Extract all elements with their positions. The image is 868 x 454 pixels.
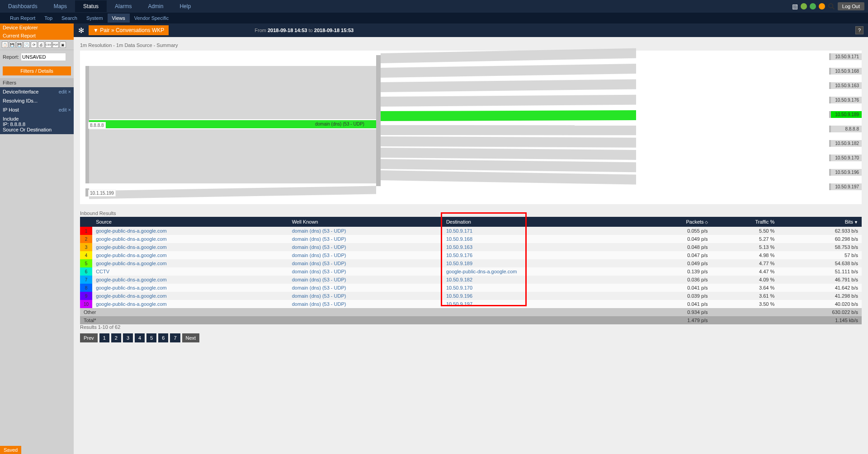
wk-link[interactable]: domain (dns) (53 - UDP) <box>292 236 346 242</box>
topnav-status[interactable]: Status <box>75 0 107 12</box>
dst-link[interactable]: 10.50.9.170 <box>446 285 472 290</box>
wk-link[interactable]: domain (dns) (53 - UDP) <box>292 293 346 299</box>
wk-link[interactable]: domain (dns) (53 - UDP) <box>292 261 346 266</box>
dst-link[interactable]: 10.50.9.197 <box>446 301 472 307</box>
src-link[interactable]: google-public-dns-a.google.com <box>96 228 167 234</box>
page-4[interactable]: 4 <box>135 333 145 342</box>
logout-button[interactable]: Log Out <box>838 2 864 10</box>
col-packets[interactable]: Packets◇ <box>638 217 711 227</box>
src-link[interactable]: google-public-dns-a.google.com <box>96 285 167 290</box>
sankey-chart[interactable]: 8.8.8.8 10.1.15.199 domain (dns) (53 - U… <box>80 51 862 204</box>
col-bits[interactable]: Bits▼ <box>778 217 862 227</box>
subnav-vendor-specific[interactable]: Vendor Specific <box>130 14 173 23</box>
wk-link[interactable]: domain (dns) (53 - UDP) <box>292 253 346 258</box>
page-next[interactable]: Next <box>182 333 200 342</box>
page-prev[interactable]: Prev <box>80 333 98 342</box>
sankey-dst-8[interactable]: 10.50.9.196 <box>829 169 862 176</box>
table-row[interactable]: 4 google-public-dns-a.google.com domain … <box>80 251 862 259</box>
dst-link[interactable]: 10.50.9.163 <box>446 244 472 250</box>
table-row[interactable]: 6 CCTV domain (dns) (53 - UDP) google-pu… <box>80 267 862 276</box>
col-traffic-%[interactable]: Traffic % <box>712 217 778 227</box>
dst-link[interactable]: 10.50.9.171 <box>446 228 472 234</box>
filter-iphost-edit[interactable]: edit <box>59 107 67 112</box>
sankey-dst-9[interactable]: 10.50.9.197 <box>829 183 862 190</box>
page-1[interactable]: 1 <box>99 333 109 342</box>
table-row[interactable]: 5 google-public-dns-a.google.com domain … <box>80 259 862 267</box>
filter-di-close[interactable]: × <box>68 89 71 94</box>
topnav-admin[interactable]: Admin <box>140 0 171 12</box>
tb-save2-icon[interactable]: 💾 <box>16 42 23 48</box>
page-5[interactable]: 5 <box>146 333 156 342</box>
tb-csv-icon[interactable]: CSV <box>45 42 52 48</box>
src-link[interactable]: google-public-dns-a.google.com <box>96 244 167 250</box>
dst-link[interactable]: 10.50.9.189 <box>446 261 472 266</box>
tb-save-icon[interactable]: 💾 <box>9 42 15 48</box>
dst-link[interactable]: 10.50.9.176 <box>446 253 472 258</box>
subnav-top[interactable]: Top <box>40 14 57 23</box>
col-source[interactable]: Source <box>92 217 288 227</box>
table-row[interactable]: 3 google-public-dns-a.google.com domain … <box>80 243 862 251</box>
wk-link[interactable]: domain (dns) (53 - UDP) <box>292 285 346 290</box>
subnav-system[interactable]: System <box>82 14 108 23</box>
tb-print-icon[interactable]: 🖨 <box>38 42 44 48</box>
src-link[interactable]: google-public-dns-a.google.com <box>96 301 167 307</box>
dst-link[interactable]: 10.50.9.168 <box>446 236 472 242</box>
table-row[interactable]: 10 google-public-dns-a.google.com domain… <box>80 300 862 308</box>
page-7[interactable]: 7 <box>170 333 180 342</box>
status-warn-icon[interactable] <box>819 3 825 9</box>
search-icon[interactable] <box>828 3 835 10</box>
sankey-src-1[interactable]: 8.8.8.8 <box>88 122 106 129</box>
filter-iphost-close[interactable]: × <box>68 107 71 112</box>
filter-device-interface[interactable]: Device/Interface edit × <box>0 87 74 96</box>
sankey-dst-6[interactable]: 10.50.9.182 <box>829 140 862 147</box>
subnav-search[interactable]: Search <box>57 14 82 23</box>
col-destination[interactable]: Destination <box>443 217 639 227</box>
sankey-dst-2[interactable]: 10.50.9.163 <box>829 82 862 89</box>
dst-link[interactable]: 10.50.9.182 <box>446 277 472 282</box>
page-3[interactable]: 3 <box>123 333 133 342</box>
wk-link[interactable]: domain (dns) (53 - UDP) <box>292 301 346 307</box>
topnav-alarms[interactable]: Alarms <box>107 0 140 12</box>
table-row[interactable]: 2 google-public-dns-a.google.com domain … <box>80 235 862 243</box>
col-well-known[interactable]: Well Known <box>288 217 443 227</box>
dst-link[interactable]: google-public-dns-a.google.com <box>446 269 517 274</box>
subnav-views[interactable]: Views <box>108 14 130 23</box>
status-panel-icon[interactable]: ▧ <box>792 3 798 10</box>
tb-clipboard-icon[interactable]: 📋 <box>2 42 8 48</box>
table-row[interactable]: 1 google-public-dns-a.google.com domain … <box>80 227 862 235</box>
saved-tab[interactable]: Saved <box>0 446 21 454</box>
tb-clock-icon[interactable]: 🕐 <box>24 42 30 48</box>
gear-icon[interactable]: ✻ <box>78 26 84 35</box>
sankey-dst-4[interactable]: 10.50.9.189 <box>829 111 862 118</box>
wk-link[interactable]: domain (dns) (53 - UDP) <box>292 277 346 282</box>
table-row[interactable]: 8 google-public-dns-a.google.com domain … <box>80 284 862 292</box>
filter-iphost[interactable]: IP Host edit × <box>0 105 74 114</box>
topnav-help[interactable]: Help <box>171 0 199 12</box>
breadcrumb-pair[interactable]: ▼ Pair » Conversations WKP <box>89 25 169 35</box>
src-link[interactable]: google-public-dns-a.google.com <box>96 236 167 242</box>
filter-di-edit[interactable]: edit <box>59 89 67 94</box>
help-button[interactable]: ? <box>855 26 863 34</box>
topnav-maps[interactable]: Maps <box>46 0 75 12</box>
src-link[interactable]: google-public-dns-a.google.com <box>96 261 167 266</box>
src-link[interactable]: CCTV <box>96 269 109 274</box>
status-ok-icon[interactable] <box>801 3 807 9</box>
dst-link[interactable]: 10.50.9.196 <box>446 293 472 299</box>
sankey-dst-5[interactable]: 8.8.8.8 <box>829 126 862 132</box>
wk-link[interactable]: domain (dns) (53 - UDP) <box>292 228 346 234</box>
sankey-dst-0[interactable]: 10.50.9.171 <box>829 53 862 60</box>
sankey-dst-1[interactable]: 10.50.9.168 <box>829 68 862 75</box>
topnav-dashboards[interactable]: Dashboards <box>0 0 46 12</box>
src-link[interactable]: google-public-dns-a.google.com <box>96 293 167 299</box>
src-link[interactable]: google-public-dns-a.google.com <box>96 277 167 282</box>
sankey-src-2[interactable]: 10.1.15.199 <box>88 190 116 197</box>
wk-link[interactable]: domain (dns) (53 - UDP) <box>292 269 346 274</box>
wk-link[interactable]: domain (dns) (53 - UDP) <box>292 244 346 250</box>
sankey-dst-7[interactable]: 10.50.9.170 <box>829 154 862 161</box>
tb-refresh-icon[interactable]: ⟳ <box>31 42 37 48</box>
src-link[interactable]: google-public-dns-a.google.com <box>96 253 167 258</box>
table-row[interactable]: 7 google-public-dns-a.google.com domain … <box>80 276 862 284</box>
page-2[interactable]: 2 <box>111 333 121 342</box>
sankey-dst-3[interactable]: 10.50.9.176 <box>829 97 862 103</box>
current-report-tab[interactable]: Current Report <box>0 32 74 40</box>
